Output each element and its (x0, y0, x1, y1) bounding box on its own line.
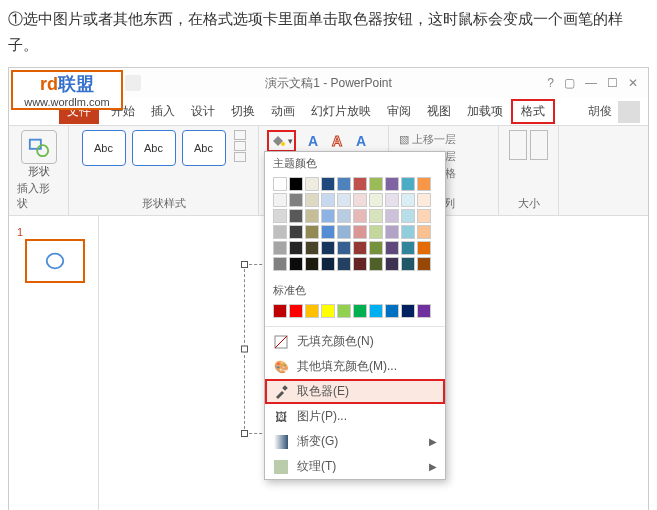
shapes-gallery-button[interactable] (21, 130, 57, 164)
color-swatch[interactable] (289, 304, 303, 318)
color-swatch[interactable] (337, 225, 351, 239)
wordart-styles[interactable]: A A A (302, 130, 372, 152)
color-swatch[interactable] (337, 257, 351, 271)
color-swatch[interactable] (417, 241, 431, 255)
tab-review[interactable]: 审阅 (379, 99, 419, 124)
resize-handle-sw[interactable] (241, 430, 248, 437)
tab-addins[interactable]: 加载项 (459, 99, 511, 124)
style-preset-2[interactable]: Abc (132, 130, 176, 166)
more-colors-item[interactable]: 🎨 其他填充颜色(M)... (265, 354, 445, 379)
color-swatch[interactable] (321, 225, 335, 239)
user-account[interactable]: 胡俊 (588, 101, 648, 123)
color-swatch[interactable] (369, 225, 383, 239)
qat-start-icon[interactable] (125, 75, 141, 91)
no-fill-item[interactable]: 无填充颜色(N) (265, 329, 445, 354)
resize-handle-w[interactable] (241, 346, 248, 353)
color-swatch[interactable] (353, 177, 367, 191)
color-swatch[interactable] (417, 257, 431, 271)
color-swatch[interactable] (369, 257, 383, 271)
style-preset-1[interactable]: Abc (82, 130, 126, 166)
help-icon[interactable]: ? (547, 76, 554, 90)
maximize-icon[interactable]: ☐ (607, 76, 618, 90)
color-swatch[interactable] (289, 225, 303, 239)
color-swatch[interactable] (305, 257, 319, 271)
gallery-down-icon[interactable] (234, 141, 246, 151)
color-swatch[interactable] (385, 241, 399, 255)
color-swatch[interactable] (353, 304, 367, 318)
color-swatch[interactable] (417, 177, 431, 191)
color-swatch[interactable] (305, 225, 319, 239)
bring-forward-button[interactable]: ▧上移一层 (399, 132, 456, 147)
eyedropper-item[interactable]: 取色器(E) (265, 379, 445, 404)
color-swatch[interactable] (273, 209, 287, 223)
color-swatch[interactable] (385, 257, 399, 271)
color-swatch[interactable] (353, 225, 367, 239)
color-swatch[interactable] (417, 225, 431, 239)
color-swatch[interactable] (353, 193, 367, 207)
color-swatch[interactable] (337, 209, 351, 223)
color-swatch[interactable] (385, 304, 399, 318)
color-swatch[interactable] (369, 177, 383, 191)
gallery-more-icon[interactable] (234, 152, 246, 162)
color-swatch[interactable] (401, 209, 415, 223)
color-swatch[interactable] (401, 177, 415, 191)
tab-view[interactable]: 视图 (419, 99, 459, 124)
color-swatch[interactable] (305, 177, 319, 191)
tab-slideshow[interactable]: 幻灯片放映 (303, 99, 379, 124)
color-swatch[interactable] (289, 209, 303, 223)
color-swatch[interactable] (337, 241, 351, 255)
color-swatch[interactable] (369, 209, 383, 223)
color-swatch[interactable] (273, 257, 287, 271)
color-swatch[interactable] (401, 193, 415, 207)
color-swatch[interactable] (305, 193, 319, 207)
color-swatch[interactable] (289, 177, 303, 191)
color-swatch[interactable] (321, 304, 335, 318)
tab-animations[interactable]: 动画 (263, 99, 303, 124)
texture-fill-item[interactable]: 纹理(T) ▶ (265, 454, 445, 479)
picture-fill-item[interactable]: 🖼 图片(P)... (265, 404, 445, 429)
color-swatch[interactable] (305, 241, 319, 255)
color-swatch[interactable] (401, 257, 415, 271)
gradient-fill-item[interactable]: 渐变(G) ▶ (265, 429, 445, 454)
color-swatch[interactable] (273, 177, 287, 191)
color-swatch[interactable] (401, 304, 415, 318)
color-swatch[interactable] (273, 241, 287, 255)
color-swatch[interactable] (353, 241, 367, 255)
text-fill-a[interactable]: A (302, 130, 324, 152)
color-swatch[interactable] (321, 241, 335, 255)
color-swatch[interactable] (417, 209, 431, 223)
color-swatch[interactable] (321, 257, 335, 271)
color-swatch[interactable] (369, 241, 383, 255)
resize-handle-nw[interactable] (241, 261, 248, 268)
size-width-icon[interactable] (530, 130, 548, 160)
color-swatch[interactable] (353, 257, 367, 271)
color-swatch[interactable] (321, 209, 335, 223)
color-swatch[interactable] (305, 304, 319, 318)
tab-insert[interactable]: 插入 (143, 99, 183, 124)
color-swatch[interactable] (369, 193, 383, 207)
color-swatch[interactable] (385, 209, 399, 223)
color-swatch[interactable] (273, 304, 287, 318)
color-swatch[interactable] (273, 193, 287, 207)
gallery-up-icon[interactable] (234, 130, 246, 140)
color-swatch[interactable] (369, 304, 383, 318)
color-swatch[interactable] (273, 225, 287, 239)
color-swatch[interactable] (417, 193, 431, 207)
color-swatch[interactable] (337, 193, 351, 207)
text-outline-a[interactable]: A (326, 130, 348, 152)
slide-thumbnail-1[interactable] (25, 239, 85, 283)
color-swatch[interactable] (353, 209, 367, 223)
color-swatch[interactable] (337, 177, 351, 191)
tab-transitions[interactable]: 切换 (223, 99, 263, 124)
color-swatch[interactable] (289, 241, 303, 255)
color-swatch[interactable] (289, 193, 303, 207)
close-icon[interactable]: ✕ (628, 76, 638, 90)
color-swatch[interactable] (401, 225, 415, 239)
color-swatch[interactable] (321, 177, 335, 191)
shape-fill-button[interactable]: ▾ (267, 130, 296, 152)
color-swatch[interactable] (385, 193, 399, 207)
color-swatch[interactable] (289, 257, 303, 271)
color-swatch[interactable] (385, 225, 399, 239)
size-height-icon[interactable] (509, 130, 527, 160)
color-swatch[interactable] (417, 304, 431, 318)
